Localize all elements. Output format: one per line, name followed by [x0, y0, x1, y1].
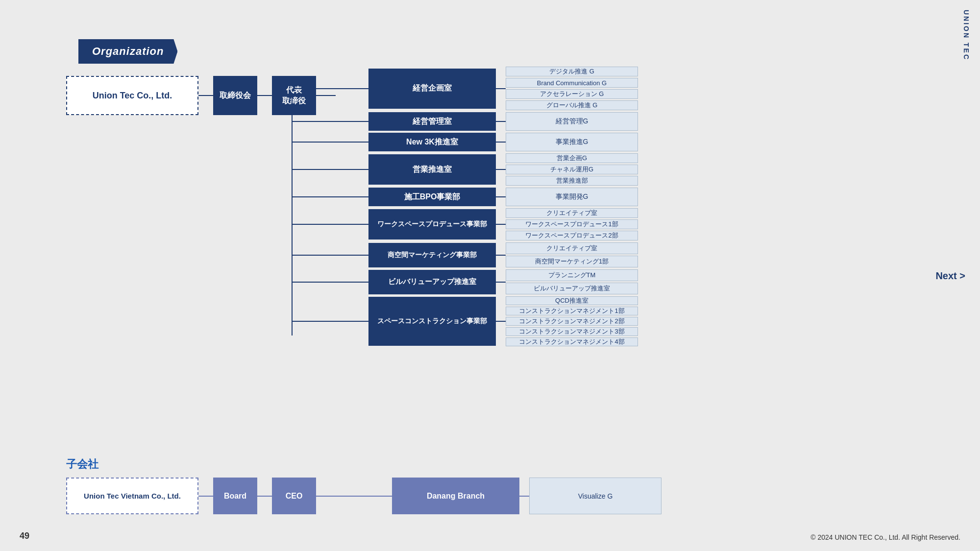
dept-sub-1-1: デジタル推進 G	[506, 67, 638, 76]
sub-dept-name-label: Danang Branch	[427, 492, 485, 501]
dept-h-9	[293, 321, 368, 322]
sub-ceo-box: CEO	[272, 478, 316, 514]
dept-sub-4-3: 営業推進部	[506, 176, 638, 186]
dept-subs-8: プランニングTM ビルバリューアップ推進室	[506, 269, 638, 294]
dept-h-7	[293, 255, 368, 256]
sub-board-label: Board	[224, 492, 246, 501]
dept-sub-1-3: アクセラレーション G	[506, 89, 638, 99]
main-company-label: Union Tec Co., Ltd.	[93, 91, 172, 101]
sub-connector-4	[519, 496, 529, 497]
dept-h-5b	[496, 196, 506, 197]
subsidiary-section: 子会社 Union Tec Vietnam Co., Ltd. Board CE…	[66, 457, 662, 514]
dept-row-6: ワークスペースプロデュース事業部 クリエイティブ室 ワークスペースプロデュース1…	[293, 208, 638, 240]
brand-label: UNION TEC	[962, 10, 970, 61]
dept-h-2b	[496, 121, 506, 122]
sub-dept-main: Danang Branch	[392, 478, 519, 514]
page-number: 49	[20, 531, 29, 541]
dept-row-2: 経営管理室 経営管理G	[293, 112, 638, 131]
dept-main-2: 経営管理室	[368, 112, 496, 131]
dept-h-1b	[496, 88, 506, 89]
dept-sub-9-4: コンストラクションマネジメント3部	[506, 327, 638, 336]
dept-h-3	[293, 142, 368, 143]
board-label: 取締役会	[220, 91, 251, 101]
copyright: © 2024 UNION TEC Co., Ltd. All Right Res…	[810, 533, 960, 541]
dept-sub-8-2: ビルバリューアップ推進室	[506, 283, 638, 294]
dept-h-6	[293, 224, 368, 225]
dept-h-5	[293, 196, 368, 197]
subsidiary-label: 子会社	[66, 457, 662, 472]
connector-line-1	[198, 95, 213, 96]
sub-dept-sub-label: Visualize G	[578, 492, 613, 500]
dept-h-6b	[496, 224, 506, 225]
dept-h-8b	[496, 282, 506, 283]
dept-subs-6: クリエイティブ室 ワークスペースプロデュース1部 ワークスペースプロデュース2部	[506, 208, 638, 240]
dept-sub-8-1: プランニングTM	[506, 269, 638, 281]
subsidiary-row: Union Tec Vietnam Co., Ltd. Board CEO Da…	[66, 478, 662, 514]
dept-subs-7: クリエイティブ室 商空間マーケティング1部	[506, 242, 638, 267]
dept-row-9: スペースコンストラクション事業部 QCD推進室 コンストラクションマネジメント1…	[293, 296, 638, 346]
sub-ceo-label: CEO	[286, 492, 303, 501]
dept-sub-1-4: グローバル推進 G	[506, 100, 638, 110]
page-title: Organization	[78, 39, 177, 64]
sub-company-label: Union Tec Vietnam Co., Ltd.	[84, 492, 181, 500]
dept-sub-7-1: クリエイティブ室	[506, 242, 638, 254]
dept-sub-1-2: Brand Communication G	[506, 78, 638, 88]
dept-sub-9-1: QCD推進室	[506, 296, 638, 305]
dept-sub-5-1: 事業開発G	[506, 188, 638, 206]
sub-connector-3	[316, 496, 392, 497]
sub-connector-2	[257, 496, 272, 497]
dept-main-4: 営業推進室	[368, 154, 496, 185]
sub-dept-sub: Visualize G	[529, 478, 662, 514]
dept-h-4	[293, 169, 368, 170]
dept-main-7: 商空間マーケティング事業部	[368, 243, 496, 267]
sub-connector-1	[198, 496, 213, 497]
dept-sub-9-5: コンストラクションマネジメント4部	[506, 337, 638, 346]
dept-sub-2-1: 経営管理G	[506, 112, 638, 131]
next-button[interactable]: Next >	[935, 270, 965, 281]
dept-sub-4-2: チャネル運用G	[506, 165, 638, 174]
sub-board-box: Board	[213, 478, 257, 514]
dept-main-1: 経営企画室	[368, 69, 496, 109]
dept-main-9: スペースコンストラクション事業部	[368, 297, 496, 346]
dept-main-5: 施工BPO事業部	[368, 188, 496, 206]
dept-main-3: New 3K推進室	[368, 133, 496, 151]
board-box: 取締役会	[213, 76, 257, 115]
dept-area: 経営企画室 デジタル推進 G Brand Communication G アクセ…	[293, 59, 638, 348]
dept-sub-7-2: 商空間マーケティング1部	[506, 256, 638, 267]
dept-subs-1: デジタル推進 G Brand Communication G アクセラレーション…	[506, 67, 638, 110]
connector-line-2	[257, 95, 272, 96]
sub-company-box: Union Tec Vietnam Co., Ltd.	[66, 478, 198, 514]
dept-row-5: 施工BPO事業部 事業開発G	[293, 188, 638, 206]
dept-main-6: ワークスペースプロデュース事業部	[368, 209, 496, 240]
dept-sub-9-3: コンストラクションマネジメント2部	[506, 317, 638, 326]
dept-h-2	[293, 121, 368, 122]
dept-sub-3-1: 事業推進G	[506, 133, 638, 151]
dept-sub-6-3: ワークスペースプロデュース2部	[506, 231, 638, 240]
dept-sub-9-2: コンストラクションマネジメント1部	[506, 307, 638, 315]
main-company-box: Union Tec Co., Ltd.	[66, 76, 198, 115]
dept-subs-9: QCD推進室 コンストラクションマネジメント1部 コンストラクションマネジメント…	[506, 296, 638, 346]
dept-subs-2: 経営管理G	[506, 112, 638, 131]
dept-h-8	[293, 282, 368, 283]
dept-h-3b	[496, 142, 506, 143]
dept-h-7b	[496, 255, 506, 256]
dept-subs-3: 事業推進G	[506, 133, 638, 151]
dept-h-9b	[496, 321, 506, 322]
dept-row-8: ビルバリューアップ推進室 プランニングTM ビルバリューアップ推進室	[293, 269, 638, 294]
dept-row-4: 営業推進室 営業企画G チャネル運用G 営業推進部	[293, 153, 638, 186]
dept-row-1: 経営企画室 デジタル推進 G Brand Communication G アクセ…	[293, 67, 638, 110]
dept-sub-6-1: クリエイティブ室	[506, 208, 638, 218]
dept-row-3: New 3K推進室 事業推進G	[293, 133, 638, 151]
dept-main-8: ビルバリューアップ推進室	[368, 270, 496, 294]
dept-sub-4-1: 営業企画G	[506, 153, 638, 163]
dept-h-4b	[496, 169, 506, 170]
page: UNION TEC Organization Union Tec Co., Lt…	[0, 0, 980, 551]
dept-row-7: 商空間マーケティング事業部 クリエイティブ室 商空間マーケティング1部	[293, 242, 638, 267]
dept-subs-5: 事業開発G	[506, 188, 638, 206]
dept-sub-6-2: ワークスペースプロデュース1部	[506, 219, 638, 229]
dept-subs-4: 営業企画G チャネル運用G 営業推進部	[506, 153, 638, 186]
dept-h-1	[293, 88, 368, 89]
